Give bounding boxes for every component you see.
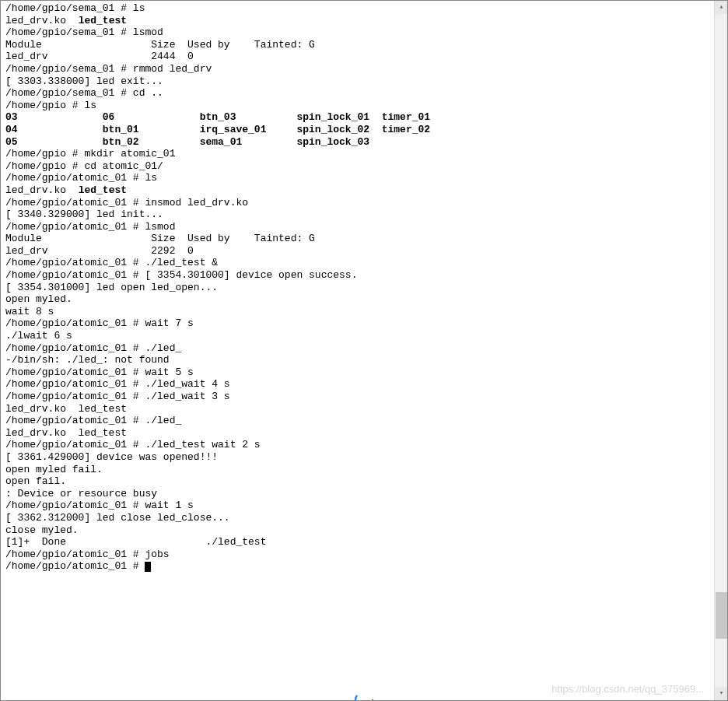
terminal-line: led_drv.ko led_test: [5, 184, 723, 197]
watermark-text: https://blog.csdn.net/qq_375969...: [551, 683, 704, 696]
terminal-line: open myled.: [5, 293, 723, 306]
terminal-line: [ 3361.429000] device was opened!!!: [5, 451, 723, 464]
terminal-line: /home/gpio/atomic_01 # ./led_test wait 2…: [5, 439, 723, 451]
terminal-line: open myled fail.: [5, 464, 723, 476]
terminal-line: /home/gpio/atomic_01 # lsmod: [5, 221, 723, 233]
terminal-line: /home/gpio # mkdir atomic_01: [5, 148, 723, 160]
terminal-line: /home/gpio/atomic_01 # ./led_wait 3 s: [5, 391, 723, 403]
terminal-line: 05 btn_02 sema_01 spin_lock_03: [5, 136, 723, 149]
terminal-line: /home/gpio/atomic_01 # ./led_: [5, 415, 723, 427]
terminal-line: [1]+ Done ./led_test: [5, 536, 723, 549]
terminal-line: /home/gpio/atomic_01 # insmod led_drv.ko: [5, 197, 723, 209]
terminal-line: /home/gpio/atomic_01 # wait 7 s: [5, 317, 723, 330]
terminal-line: led_drv 2444 0: [5, 51, 723, 63]
terminal-line: 04 btn_01 irq_save_01 spin_lock_02 timer…: [5, 124, 723, 136]
terminal-line: /home/gpio # ls: [5, 100, 723, 112]
terminal-line: /home/gpio/sema_01 # cd ..: [5, 87, 723, 100]
terminal-line: open fail.: [5, 475, 723, 488]
terminal-line: /home/gpio/atomic_01 # wait 5 s: [5, 366, 723, 379]
terminal-line: ./lwait 6 s: [5, 330, 723, 342]
terminal-line: /home/gpio/atomic_01 # ./led_test &: [5, 257, 723, 269]
terminal-line: wait 8 s: [5, 306, 723, 318]
terminal-line: /home/gpio/atomic_01 # [ 3354.301000] de…: [5, 269, 723, 282]
terminal-line: led_drv.ko led_test: [5, 15, 723, 27]
terminal-line: /home/gpio/atomic_01 # ls: [5, 172, 723, 184]
terminal-line: : Device or resource busy: [5, 488, 723, 500]
terminal-line: Module Size Used by Tainted: G: [5, 39, 723, 51]
terminal-line: -/bin/sh: ./led_: not found: [5, 354, 723, 366]
terminal-line: /home/gpio/sema_01 # ls: [5, 2, 723, 15]
terminal-line: /home/gpio/atomic_01 #: [5, 560, 723, 573]
cursor: [145, 562, 151, 572]
scroll-thumb[interactable]: [716, 592, 727, 639]
terminal-line: /home/gpio/atomic_01 # jobs: [5, 549, 723, 561]
scroll-down-button[interactable]: ▾: [715, 687, 728, 700]
terminal-line: /home/gpio/sema_01 # rmmod led_drv: [5, 63, 723, 75]
terminal-line: 03 06 btn_03 spin_lock_01 timer_01: [5, 111, 723, 124]
terminal-line: led_drv.ko led_test: [5, 403, 723, 415]
terminal-line: Module Size Used by Tainted: G: [5, 233, 723, 245]
terminal-line: [ 3340.329000] led init...: [5, 209, 723, 221]
scroll-up-button[interactable]: ▴: [715, 1, 728, 14]
terminal-line: /home/gpio/atomic_01 # ./led_wait 4 s: [5, 378, 723, 391]
terminal-line: [ 3303.338000] led exit...: [5, 75, 723, 88]
terminal-line: /home/gpio/sema_01 # lsmod: [5, 26, 723, 39]
vertical-scrollbar[interactable]: ▴ ▾: [714, 1, 727, 700]
terminal-line: /home/gpio/atomic_01 # ./led_: [5, 342, 723, 355]
loading-spinner-icon: [353, 689, 375, 700]
terminal-line: led_drv 2292 0: [5, 245, 723, 258]
svg-point-0: [355, 692, 373, 700]
terminal-line: [ 3362.312000] led close led_close...: [5, 512, 723, 524]
terminal-line: led_drv.ko led_test: [5, 427, 723, 440]
terminal-line: /home/gpio # cd atomic_01/: [5, 160, 723, 173]
terminal-output[interactable]: /home/gpio/sema_01 # lsled_drv.ko led_te…: [1, 1, 727, 700]
terminal-line: /home/gpio/atomic_01 # wait 1 s: [5, 499, 723, 512]
terminal-line: [ 3354.301000] led open led_open...: [5, 282, 723, 294]
terminal-line: close myled.: [5, 524, 723, 537]
